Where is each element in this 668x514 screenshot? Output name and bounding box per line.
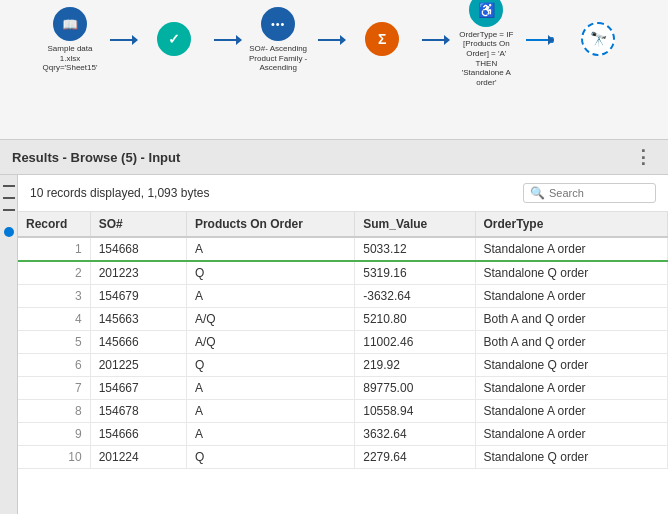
cell-rownum: 5: [18, 331, 90, 354]
node-icon-browse[interactable]: 🔭: [581, 22, 615, 56]
cell-ordertype: Standalone A order: [475, 423, 667, 446]
cell-sum: 10558.94: [355, 400, 475, 423]
sort-icon: •••: [271, 18, 286, 30]
connector-3: [318, 39, 342, 41]
cell-so: 154678: [90, 400, 186, 423]
cell-products: Q: [186, 446, 354, 469]
node-sort[interactable]: ••• SO#- AscendingProduct Family -Ascend…: [238, 7, 318, 73]
cell-products: Q: [186, 354, 354, 377]
records-info-bar: 10 records displayed, 1,093 bytes 🔍: [18, 175, 668, 212]
table-row: 3 154679 A -3632.64 Standalone A order: [18, 285, 668, 308]
node-label-sample-data: Sample data 1.xlsx Qqry='Sheet15': [30, 44, 110, 73]
workflow-area: 📖 Sample data 1.xlsx Qqry='Sheet15' ✓ ••…: [0, 0, 668, 140]
node-icon-book[interactable]: 📖: [53, 7, 87, 41]
table-row: 10 201224 Q 2279.64 Standalone Q order: [18, 446, 668, 469]
node-formula[interactable]: ♿ OrderType = IF[Products OnOrder] = 'A'…: [446, 0, 526, 87]
results-panel: Results - Browse (5) - Input ⋮ 10 record…: [0, 140, 668, 514]
node-sum[interactable]: Σ: [342, 22, 422, 59]
cell-products: A/Q: [186, 308, 354, 331]
connector-5: [526, 39, 550, 41]
table-header-row: Record SO# Products On Order Sum_Value O…: [18, 212, 668, 237]
cell-sum: 11002.46: [355, 331, 475, 354]
cell-so: 145666: [90, 331, 186, 354]
options-menu-button[interactable]: ⋮: [630, 146, 656, 168]
cell-ordertype: Standalone Q order: [475, 354, 667, 377]
cell-so: 154679: [90, 285, 186, 308]
col-header-sum: Sum_Value: [355, 212, 475, 237]
cell-ordertype: Standalone Q order: [475, 261, 667, 285]
sidebar-line-2: [3, 197, 15, 199]
results-title: Results - Browse (5) - Input: [12, 150, 180, 165]
search-input[interactable]: [549, 187, 649, 199]
results-header: Results - Browse (5) - Input ⋮: [0, 140, 668, 175]
connector-2: [214, 39, 238, 41]
book-icon: 📖: [62, 17, 78, 32]
cell-sum: 5033.12: [355, 237, 475, 261]
node-check[interactable]: ✓: [134, 22, 214, 59]
cell-rownum: 1: [18, 237, 90, 261]
table-body: 1 154668 A 5033.12 Standalone A order 2 …: [18, 237, 668, 469]
cell-rownum: 2: [18, 261, 90, 285]
cell-rownum: 8: [18, 400, 90, 423]
cell-rownum: 4: [18, 308, 90, 331]
cell-sum: 2279.64: [355, 446, 475, 469]
node-sample-data[interactable]: 📖 Sample data 1.xlsx Qqry='Sheet15': [30, 7, 110, 73]
node-icon-sum[interactable]: Σ: [365, 22, 399, 56]
sidebar-strip: [0, 175, 18, 514]
sum-icon: Σ: [378, 31, 386, 47]
workflow-nodes: 📖 Sample data 1.xlsx Qqry='Sheet15' ✓ ••…: [10, 10, 658, 70]
results-header-left: Results - Browse (5) - Input: [12, 150, 180, 165]
cell-so: 154667: [90, 377, 186, 400]
cell-products: A: [186, 377, 354, 400]
cell-so: 154666: [90, 423, 186, 446]
cell-ordertype: Standalone A order: [475, 377, 667, 400]
node-browse[interactable]: 🔭: [558, 22, 638, 59]
cell-products: Q: [186, 261, 354, 285]
cell-products: A: [186, 237, 354, 261]
check-icon: ✓: [168, 31, 180, 47]
table-row: 5 145666 A/Q 11002.46 Both A and Q order: [18, 331, 668, 354]
cell-ordertype: Standalone A order: [475, 285, 667, 308]
col-header-so: SO#: [90, 212, 186, 237]
connector-1: [110, 39, 134, 41]
node-icon-check[interactable]: ✓: [157, 22, 191, 56]
formula-icon: ♿: [478, 2, 495, 18]
cell-sum: 5210.80: [355, 308, 475, 331]
cell-so: 201223: [90, 261, 186, 285]
cell-so: 145663: [90, 308, 186, 331]
records-count-text: 10 records displayed, 1,093 bytes: [30, 186, 209, 200]
main-content: 10 records displayed, 1,093 bytes 🔍 Reco…: [18, 175, 668, 514]
table-row: 6 201225 Q 219.92 Standalone Q order: [18, 354, 668, 377]
cell-products: A/Q: [186, 331, 354, 354]
sidebar-circle-btn[interactable]: [4, 227, 14, 237]
sidebar-line-3: [3, 209, 15, 211]
col-header-record: Record: [18, 212, 90, 237]
cell-so: 201224: [90, 446, 186, 469]
search-box[interactable]: 🔍: [523, 183, 656, 203]
connector-4: [422, 39, 446, 41]
cell-so: 154668: [90, 237, 186, 261]
cell-rownum: 9: [18, 423, 90, 446]
node-label-formula: OrderType = IF[Products OnOrder] = 'A'TH…: [446, 30, 526, 88]
cell-sum: 89775.00: [355, 377, 475, 400]
cell-products: A: [186, 285, 354, 308]
table-row: 8 154678 A 10558.94 Standalone A order: [18, 400, 668, 423]
cell-sum: 219.92: [355, 354, 475, 377]
sidebar-line-1: [3, 185, 15, 187]
cell-ordertype: Standalone A order: [475, 400, 667, 423]
cell-ordertype: Both A and Q order: [475, 308, 667, 331]
table-row: 2 201223 Q 5319.16 Standalone Q order: [18, 261, 668, 285]
browse-icon: 🔭: [590, 31, 607, 47]
table-row: 9 154666 A 3632.64 Standalone A order: [18, 423, 668, 446]
cell-products: A: [186, 400, 354, 423]
col-header-ordertype: OrderType: [475, 212, 667, 237]
node-label-sort: SO#- AscendingProduct Family -Ascending: [238, 44, 318, 73]
cell-rownum: 10: [18, 446, 90, 469]
node-icon-sort[interactable]: •••: [261, 7, 295, 41]
cell-ordertype: Standalone Q order: [475, 446, 667, 469]
node-icon-formula[interactable]: ♿: [469, 0, 503, 27]
data-table: Record SO# Products On Order Sum_Value O…: [18, 212, 668, 514]
cell-rownum: 3: [18, 285, 90, 308]
cell-sum: -3632.64: [355, 285, 475, 308]
table-row: 4 145663 A/Q 5210.80 Both A and Q order: [18, 308, 668, 331]
